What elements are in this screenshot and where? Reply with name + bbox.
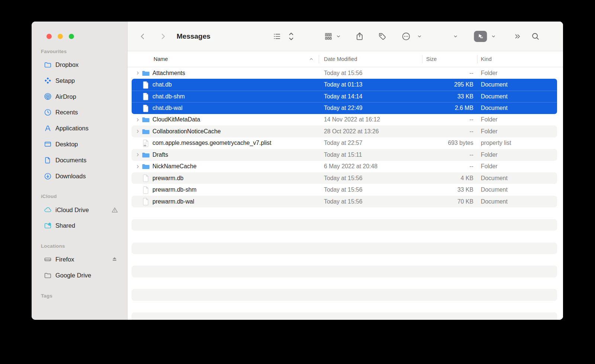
name-cell: chat.db-wal bbox=[128, 104, 319, 112]
sidebar-section-header: Locations bbox=[41, 243, 127, 250]
view-sort-chevrons-icon[interactable] bbox=[289, 32, 294, 41]
column-divider[interactable] bbox=[422, 55, 422, 63]
name-cell: CollaborationNoticeCache bbox=[128, 128, 319, 135]
sidebar-item-shared[interactable]: Shared bbox=[32, 218, 127, 234]
table-row[interactable]: PLISTcom.apple.messages.geometrycache_v7… bbox=[128, 137, 563, 149]
name-cell: PLISTcom.apple.messages.geometrycache_v7… bbox=[128, 139, 319, 147]
traffic-lights bbox=[32, 22, 127, 39]
table-row[interactable]: CollaborationNoticeCache28 Oct 2022 at 1… bbox=[128, 126, 563, 137]
cursor-action-button[interactable] bbox=[474, 31, 487, 42]
file-name: prewarm.db bbox=[152, 175, 183, 182]
sidebar-section-locations: LocationsFirefoxGoogle Drive bbox=[32, 243, 127, 283]
more-actions-icon[interactable] bbox=[402, 32, 411, 41]
forward-button[interactable] bbox=[159, 33, 167, 40]
sidebar-item-dropbox[interactable]: Dropbox bbox=[32, 57, 127, 73]
size-cell: -- bbox=[422, 128, 477, 135]
disclosure-chevron-icon[interactable] bbox=[134, 71, 141, 75]
kind-cell: Document bbox=[477, 105, 563, 111]
empty-row bbox=[128, 289, 563, 300]
sidebar-item-recents[interactable]: Recents bbox=[32, 105, 127, 121]
size-cell: -- bbox=[422, 116, 477, 123]
table-row[interactable]: NickNameCache6 May 2022 at 20:48--Folder bbox=[128, 161, 563, 172]
disclosure-chevron-icon[interactable] bbox=[134, 118, 141, 122]
table-row[interactable]: DraftsToday at 15:11--Folder bbox=[128, 149, 563, 160]
table-row[interactable]: prewarm.dbToday at 15:564 KBDocument bbox=[128, 172, 563, 184]
column-divider[interactable] bbox=[477, 55, 477, 63]
overflow-double-chevron-icon[interactable] bbox=[514, 33, 522, 40]
eject-icon[interactable] bbox=[111, 256, 118, 263]
row-background bbox=[132, 219, 557, 231]
collapsed-toolbar-item-chevron[interactable] bbox=[453, 34, 458, 39]
sidebar-item-google-drive[interactable]: Google Drive bbox=[32, 267, 127, 283]
column-header-kind[interactable]: Kind bbox=[481, 56, 492, 62]
table-row[interactable]: prewarm.db-walToday at 15:5670 KBDocumen… bbox=[128, 196, 563, 207]
name-cell: prewarm.db-wal bbox=[128, 198, 319, 205]
finder-window: FavouritesDropboxSetappAirDropRecentsApp… bbox=[32, 22, 563, 320]
table-row[interactable]: chat.dbToday at 01:13295 KBDocument bbox=[128, 79, 563, 90]
sidebar-section-icloud: iCloudiCloud DriveShared bbox=[32, 193, 127, 234]
group-chevron-icon[interactable] bbox=[336, 34, 341, 39]
sidebar-item-label: Applications bbox=[55, 125, 89, 132]
sidebar-item-icloud-drive[interactable]: iCloud Drive bbox=[32, 202, 127, 218]
sidebar-item-desktop[interactable]: Desktop bbox=[32, 136, 127, 152]
sidebar-item-label: Documents bbox=[55, 157, 86, 164]
name-cell: prewarm.db-shm bbox=[128, 186, 319, 194]
date-modified-cell: Today at 15:56 bbox=[319, 186, 422, 193]
disclosure-chevron-icon[interactable] bbox=[134, 165, 141, 169]
window-title: Messages bbox=[177, 32, 210, 40]
table-row[interactable]: AttachmentsToday at 15:56--Folder bbox=[128, 67, 563, 79]
zoom-button[interactable] bbox=[69, 34, 74, 39]
kind-cell: Folder bbox=[477, 128, 563, 135]
size-cell: 295 KB bbox=[422, 81, 477, 88]
sidebar: FavouritesDropboxSetappAirDropRecentsApp… bbox=[32, 22, 128, 320]
close-button[interactable] bbox=[46, 34, 52, 39]
name-cell: Attachments bbox=[128, 70, 319, 77]
sidebar-item-firefox[interactable]: Firefox bbox=[32, 252, 127, 268]
document-icon bbox=[141, 81, 149, 89]
size-cell: -- bbox=[422, 163, 477, 170]
more-chevron-icon[interactable] bbox=[417, 34, 422, 39]
date-modified-cell: Today at 15:11 bbox=[319, 152, 422, 158]
table-row[interactable]: CloudKitMetaData14 Nov 2022 at 16:12--Fo… bbox=[128, 114, 563, 126]
search-icon[interactable] bbox=[531, 32, 540, 40]
list-view-icon[interactable] bbox=[273, 32, 282, 41]
table-row[interactable]: chat.db-walToday at 22:492.6 MBDocument bbox=[128, 102, 563, 114]
table-row[interactable]: prewarm.db-shmToday at 15:5633 KBDocumen… bbox=[128, 184, 563, 195]
table-row[interactable]: chat.db-shmToday at 14:1433 KBDocument bbox=[128, 91, 563, 102]
sidebar-item-setapp[interactable]: Setapp bbox=[32, 73, 127, 89]
disclosure-chevron-icon[interactable] bbox=[134, 129, 141, 133]
sidebar-item-label: Google Drive bbox=[55, 272, 91, 279]
row-background bbox=[132, 207, 557, 219]
file-name: Drafts bbox=[152, 152, 168, 158]
sidebar-item-airdrop[interactable]: AirDrop bbox=[32, 89, 127, 105]
back-button[interactable] bbox=[139, 33, 147, 40]
sort-ascending-icon[interactable] bbox=[309, 56, 314, 62]
column-header-name[interactable]: Name bbox=[154, 56, 168, 62]
date-modified-cell: Today at 15:56 bbox=[319, 198, 422, 205]
sidebar-item-documents[interactable]: Documents bbox=[32, 152, 127, 168]
tag-icon[interactable] bbox=[378, 32, 387, 41]
minimize-button[interactable] bbox=[58, 34, 63, 39]
recents-icon bbox=[44, 108, 52, 116]
empty-row bbox=[128, 219, 563, 231]
disclosure-chevron-icon[interactable] bbox=[134, 153, 141, 157]
documents-icon bbox=[44, 156, 52, 164]
document-icon bbox=[141, 198, 149, 205]
column-header-date-modified[interactable]: Date Modified bbox=[324, 56, 357, 62]
drive-icon bbox=[44, 256, 52, 263]
file-name: Attachments bbox=[152, 70, 185, 77]
sb-folder-icon bbox=[44, 61, 52, 69]
sidebar-item-label: Setapp bbox=[55, 77, 75, 84]
kind-cell: property list bbox=[477, 140, 563, 146]
date-modified-cell: Today at 14:14 bbox=[319, 93, 422, 100]
size-cell: -- bbox=[422, 152, 477, 158]
cursor-chevron-icon[interactable] bbox=[491, 34, 496, 39]
sidebar-item-downloads[interactable]: Downloads bbox=[32, 168, 127, 184]
group-by-icon[interactable] bbox=[324, 32, 333, 41]
column-header-size[interactable]: Size bbox=[426, 56, 437, 62]
folder-icon bbox=[141, 152, 149, 158]
share-icon[interactable] bbox=[355, 32, 364, 41]
column-divider[interactable] bbox=[319, 55, 319, 63]
sidebar-item-applications[interactable]: Applications bbox=[32, 120, 127, 136]
name-cell: Drafts bbox=[128, 152, 319, 158]
